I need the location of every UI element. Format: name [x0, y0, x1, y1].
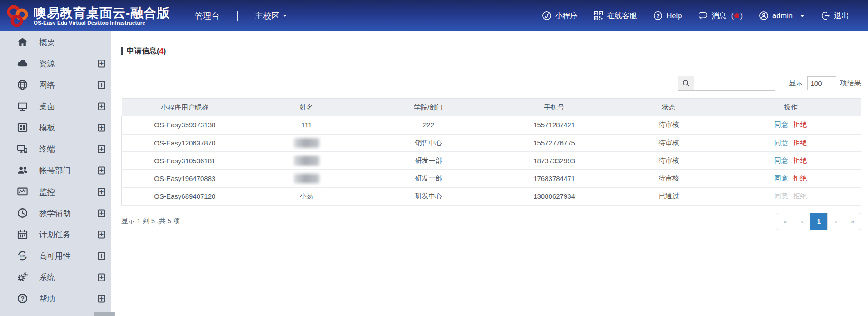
sidebar-item-desktop[interactable]: 桌面 +: [0, 95, 111, 117]
sidebar-item-terminal[interactable]: 终端 +: [0, 138, 111, 160]
mini-program-label: 小程序: [555, 11, 578, 21]
expand-plus-icon[interactable]: +: [98, 102, 105, 110]
expand-plus-icon[interactable]: +: [98, 188, 105, 196]
cell-name: [248, 134, 366, 152]
cell-phone: 15572776775: [491, 134, 617, 152]
cell-dept: 研发中心: [366, 187, 491, 205]
sidebar-item-scheduled-tasks[interactable]: 计划任务 +: [0, 224, 111, 245]
approve-link[interactable]: 同意: [774, 156, 788, 164]
cell-status: 待审核: [617, 170, 720, 187]
cell-actions: 同意 拒绝: [720, 187, 861, 205]
sidebar-item-label: 模板: [39, 122, 55, 133]
ha-icon: HA: [16, 250, 29, 262]
reject-link[interactable]: 拒绝: [793, 139, 807, 146]
reject-link[interactable]: 拒绝: [793, 156, 807, 164]
expand-plus-icon[interactable]: +: [98, 145, 105, 153]
messages-button[interactable]: 消息 (): [698, 11, 743, 21]
approve-link[interactable]: 同意: [774, 139, 788, 146]
help-icon: ?: [653, 11, 663, 20]
campus-selector[interactable]: 主校区: [255, 10, 287, 21]
cell-status: 待审核: [617, 152, 720, 170]
search-button[interactable]: [678, 76, 694, 91]
blurred-name: [294, 156, 319, 166]
sidebar-item-label: 计划任务: [39, 229, 71, 240]
sidebar-item-label: 教学辅助: [39, 208, 71, 219]
page-size-group: 显示 项结果: [789, 76, 862, 90]
nav-console[interactable]: 管理台: [195, 10, 219, 21]
pagination-last-button[interactable]: »: [844, 213, 861, 230]
reject-link[interactable]: 拒绝: [793, 174, 807, 182]
sidebar-item-label: 概要: [39, 37, 55, 48]
expand-plus-icon[interactable]: +: [98, 166, 105, 174]
sidebar-item-label: 帮助: [39, 293, 55, 304]
approve-link[interactable]: 同意: [774, 174, 788, 182]
sidebar-item-label: 网络: [39, 80, 55, 90]
help-button[interactable]: ? Help: [653, 11, 682, 20]
logout-button[interactable]: 退出: [821, 11, 849, 21]
pagination-next-button[interactable]: ›: [827, 213, 844, 230]
cell-name: 111: [248, 116, 366, 134]
pagination-first-button[interactable]: «: [777, 213, 794, 230]
sidebar-item-monitoring[interactable]: 监控 +: [0, 181, 111, 202]
expand-plus-icon[interactable]: +: [98, 231, 105, 238]
pagination-prev-button[interactable]: ‹: [794, 213, 811, 230]
request-count: 4: [159, 47, 164, 55]
cell-dept: 销售中心: [366, 134, 491, 152]
sidebar-item-resources[interactable]: 资源 +: [0, 53, 111, 74]
horizontal-scrollbar-thumb[interactable]: [94, 312, 115, 316]
user-menu[interactable]: admin: [759, 11, 804, 20]
blurred-name: [294, 138, 319, 148]
sidebar-item-accounts[interactable]: 帐号部门 +: [0, 160, 111, 181]
gears-icon: [16, 271, 29, 283]
expand-plus-icon[interactable]: +: [98, 209, 105, 217]
logo: 噢易教育桌面云-融合版 OS-Easy Edu Virtual Desktop …: [5, 4, 170, 28]
page-size-input[interactable]: [807, 76, 836, 90]
approve-link-disabled: 同意: [774, 192, 788, 200]
sidebar-item-overview[interactable]: 概要: [0, 31, 111, 53]
sidebar-item-template[interactable]: 模板 +: [0, 117, 111, 138]
app-subtitle: OS-Easy Edu Virtual Desktop Infrastructu…: [34, 20, 170, 25]
pagination-page-1[interactable]: 1: [810, 213, 828, 230]
sidebar-item-high-availability[interactable]: HA 高可用性 +: [0, 245, 111, 266]
table-row: OS-Easy120637870 销售中心 15572776775 待审核 同意…: [122, 134, 861, 152]
sidebar-item-system[interactable]: 系统 +: [0, 266, 111, 288]
requests-table: 小程序用户昵称 姓名 学院/部门 手机号 状态 操作 OS-Easy359973…: [121, 98, 861, 206]
sidebar-item-teaching-aids[interactable]: 教学辅助 +: [0, 202, 111, 224]
expand-plus-icon[interactable]: +: [98, 124, 105, 131]
nav-console-label: 管理台: [195, 10, 219, 21]
cell-phone: 17683784471: [491, 170, 617, 187]
search-group: [678, 76, 775, 91]
expand-plus-icon[interactable]: +: [98, 273, 105, 281]
cloud-icon: [16, 57, 29, 70]
mini-program-button[interactable]: 小程序: [542, 11, 578, 21]
page-title: 申请信息(4): [121, 46, 868, 56]
toolbar: 显示 项结果: [121, 76, 861, 91]
sidebar-item-label: 桌面: [39, 101, 55, 112]
template-icon: [16, 121, 29, 134]
sidebar: 概要 资源 + 网络 + 桌面 + 模板: [0, 31, 111, 316]
caret-down-icon: [800, 15, 804, 17]
notification-dot-icon: [734, 13, 739, 18]
sidebar-item-label: 系统: [39, 272, 55, 283]
expand-plus-icon[interactable]: +: [98, 295, 105, 302]
col-header-phone: 手机号: [491, 99, 617, 116]
cell-nickname: OS-Easy689407120: [122, 187, 248, 205]
search-input[interactable]: [694, 76, 775, 91]
sidebar-item-help[interactable]: ? 帮助 +: [0, 288, 111, 309]
title-bar-icon: [121, 47, 123, 55]
sidebar-item-label: 监控: [39, 186, 55, 197]
approve-link[interactable]: 同意: [774, 120, 788, 128]
cell-nickname: OS-Easy196470883: [122, 170, 248, 187]
expand-plus-icon[interactable]: +: [98, 81, 105, 89]
pagination: « ‹ 1 › »: [777, 213, 861, 230]
sidebar-item-network[interactable]: 网络 +: [0, 74, 111, 95]
reject-link-disabled: 拒绝: [793, 192, 807, 200]
expand-plus-icon[interactable]: +: [98, 60, 105, 67]
expand-plus-icon[interactable]: +: [98, 252, 105, 260]
reject-link[interactable]: 拒绝: [793, 120, 807, 128]
table-row: OS-Easy310536181 研发一部 18737332993 待审核 同意…: [122, 152, 861, 170]
online-service-button[interactable]: 在线客服: [594, 11, 637, 21]
cell-actions: 同意 拒绝: [720, 134, 861, 152]
cell-actions: 同意 拒绝: [720, 152, 861, 170]
svg-text:?: ?: [656, 13, 660, 19]
